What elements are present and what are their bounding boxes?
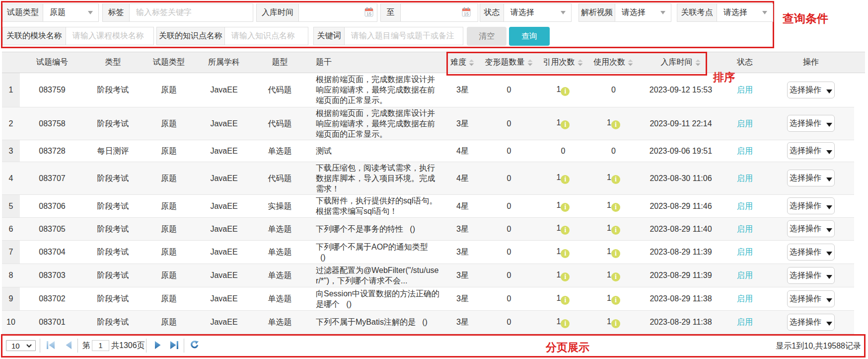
- svg-text:15: 15: [366, 11, 371, 16]
- svg-text:15: 15: [464, 11, 469, 16]
